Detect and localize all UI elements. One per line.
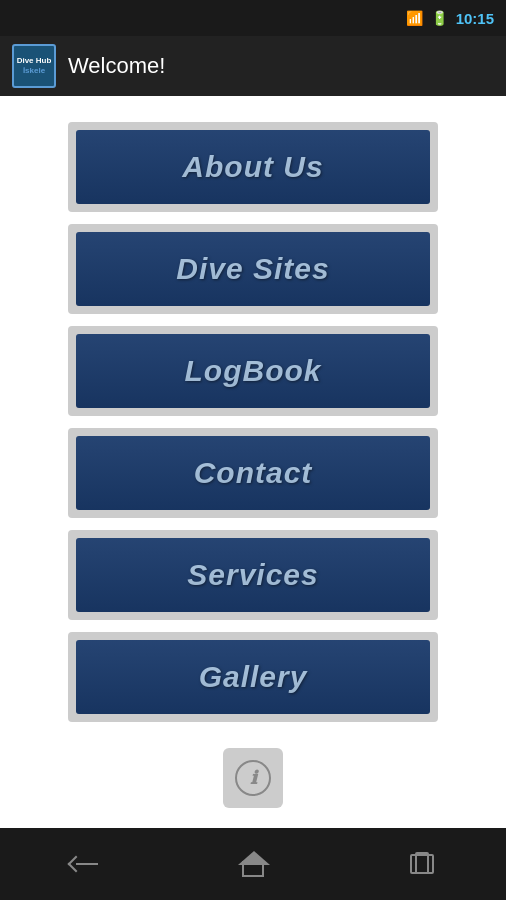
- app-header: Dive Hub İskele Welcome!: [0, 36, 506, 96]
- contact-wrapper: Contact: [68, 428, 438, 518]
- about-us-label: About Us: [182, 150, 323, 184]
- recents-button[interactable]: [392, 844, 452, 884]
- gallery-button[interactable]: Gallery: [76, 640, 430, 714]
- contact-button[interactable]: Contact: [76, 436, 430, 510]
- status-time: 10:15: [456, 10, 494, 27]
- logo-line2: İskele: [23, 66, 45, 76]
- about-us-button[interactable]: About Us: [76, 130, 430, 204]
- logbook-label: LogBook: [185, 354, 322, 388]
- recents-icon: [410, 854, 434, 874]
- gallery-wrapper: Gallery: [68, 632, 438, 722]
- about-us-wrapper: About Us: [68, 122, 438, 212]
- logbook-wrapper: LogBook: [68, 326, 438, 416]
- battery-icon: 🔋: [431, 10, 448, 26]
- info-button[interactable]: ℹ: [223, 748, 283, 808]
- back-icon: [70, 854, 98, 874]
- logo-line1: Dive Hub: [17, 56, 52, 66]
- status-bar: 📶 🔋 10:15: [0, 0, 506, 36]
- services-button[interactable]: Services: [76, 538, 430, 612]
- wifi-icon: 📶: [406, 10, 423, 26]
- bottom-nav: [0, 828, 506, 900]
- home-icon: [240, 851, 266, 877]
- main-content: About Us Dive Sites LogBook Contact Serv…: [0, 96, 506, 828]
- dive-sites-label: Dive Sites: [176, 252, 329, 286]
- services-wrapper: Services: [68, 530, 438, 620]
- home-button[interactable]: [223, 844, 283, 884]
- dive-sites-button[interactable]: Dive Sites: [76, 232, 430, 306]
- services-label: Services: [187, 558, 318, 592]
- app-logo: Dive Hub İskele: [12, 44, 56, 88]
- back-button[interactable]: [54, 844, 114, 884]
- dive-sites-wrapper: Dive Sites: [68, 224, 438, 314]
- info-icon: ℹ: [235, 760, 271, 796]
- app-title: Welcome!: [68, 53, 165, 79]
- contact-label: Contact: [194, 456, 313, 490]
- logbook-button[interactable]: LogBook: [76, 334, 430, 408]
- gallery-label: Gallery: [199, 660, 308, 694]
